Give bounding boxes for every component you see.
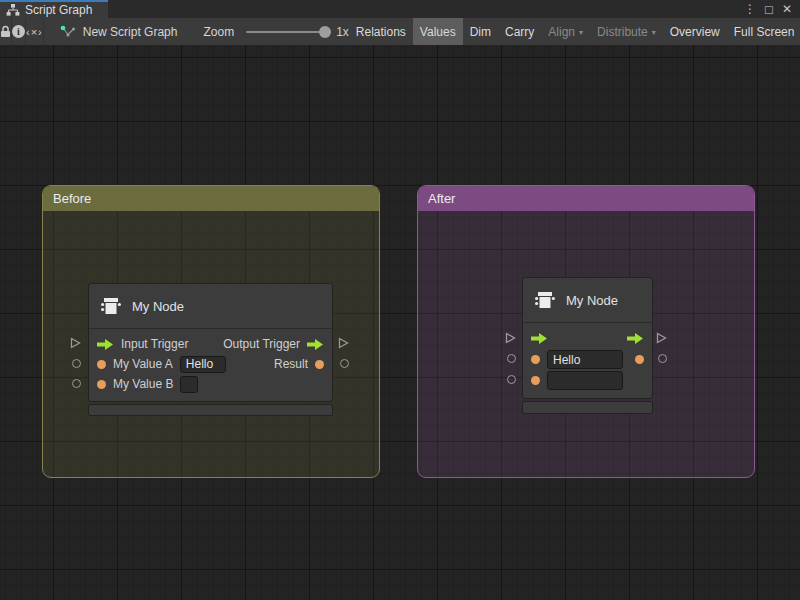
toolbar: i ‹×› New Script Graph Zoom 1x Relations… bbox=[0, 18, 800, 46]
align-label: Align bbox=[548, 25, 575, 39]
lock-button[interactable] bbox=[0, 18, 12, 45]
port-label: My Value A bbox=[113, 357, 173, 371]
port-row: My Value B bbox=[89, 374, 332, 394]
group-after-header[interactable]: After bbox=[418, 186, 754, 211]
carry-button[interactable]: Carry bbox=[498, 18, 541, 45]
outer-trigger-port[interactable] bbox=[656, 332, 667, 344]
outer-trigger-port[interactable] bbox=[70, 337, 81, 349]
port-row: Input Trigger Output Trigger bbox=[89, 334, 332, 354]
port-label: Input Trigger bbox=[121, 337, 188, 351]
value-a-field[interactable]: Hello bbox=[547, 350, 623, 369]
overview-label: Overview bbox=[670, 25, 720, 39]
port-row bbox=[523, 328, 652, 349]
group-before-header[interactable]: Before bbox=[43, 186, 379, 211]
node-body: Input Trigger Output Trigger My Value A … bbox=[89, 329, 332, 401]
node-title: My Node bbox=[566, 293, 618, 308]
outer-value-port[interactable] bbox=[72, 359, 81, 368]
distribute-dropdown[interactable]: Distribute ▾ bbox=[590, 18, 663, 45]
node-my-node-before[interactable]: My Node Input Trigger Output Trigger bbox=[88, 283, 333, 402]
outer-trigger-port[interactable] bbox=[505, 332, 516, 344]
value-b-field[interactable] bbox=[180, 376, 198, 393]
tab-label: Script Graph bbox=[25, 3, 92, 17]
zoom-slider-handle[interactable] bbox=[319, 26, 331, 38]
fullscreen-label: Full Screen bbox=[734, 25, 795, 39]
zoom-slider[interactable] bbox=[246, 31, 326, 33]
port-label: Output Trigger bbox=[223, 337, 300, 351]
port-label: My Value B bbox=[113, 377, 173, 391]
menu-dots-icon[interactable]: ⋮ bbox=[744, 3, 756, 15]
port-row: Hello bbox=[523, 349, 652, 370]
outer-value-port[interactable] bbox=[340, 359, 349, 368]
node-title: My Node bbox=[132, 299, 184, 314]
value-out-port[interactable] bbox=[635, 355, 644, 364]
graph-name-label: New Script Graph bbox=[83, 25, 178, 39]
graph-hierarchy-icon bbox=[6, 4, 20, 16]
relations-button[interactable]: Relations bbox=[349, 18, 413, 45]
chevron-down-icon: ▾ bbox=[652, 28, 656, 37]
node-header[interactable]: My Node bbox=[89, 284, 332, 329]
code-icon: ‹×› bbox=[26, 26, 43, 38]
trigger-in-port[interactable] bbox=[97, 339, 114, 350]
lock-icon bbox=[0, 25, 11, 38]
node-footer-bar[interactable] bbox=[88, 404, 333, 416]
node-footer-bar[interactable] bbox=[522, 401, 653, 414]
values-button[interactable]: Values bbox=[413, 18, 463, 45]
script-graph-icon bbox=[60, 25, 76, 39]
close-icon[interactable]: ✕ bbox=[782, 3, 792, 15]
group-before-title: Before bbox=[53, 191, 91, 206]
values-label: Values bbox=[420, 25, 456, 39]
outer-value-port[interactable] bbox=[507, 354, 516, 363]
info-button[interactable]: i bbox=[12, 18, 26, 45]
dim-label: Dim bbox=[470, 25, 491, 39]
node-body: Hello bbox=[523, 323, 652, 398]
value-in-port[interactable] bbox=[97, 380, 106, 389]
carry-label: Carry bbox=[505, 25, 534, 39]
value-b-field[interactable] bbox=[547, 371, 623, 390]
unit-icon bbox=[99, 294, 123, 318]
zoom-control: Zoom 1x bbox=[203, 25, 348, 39]
unit-icon bbox=[533, 288, 557, 312]
window-controls: ⋮ □ ✕ bbox=[744, 0, 800, 18]
tab-bar: Script Graph ⋮ □ ✕ bbox=[0, 0, 800, 18]
outer-value-port[interactable] bbox=[72, 379, 81, 388]
value-in-port[interactable] bbox=[97, 360, 106, 369]
outer-value-port[interactable] bbox=[507, 375, 516, 384]
value-in-port[interactable] bbox=[531, 376, 540, 385]
overview-button[interactable]: Overview bbox=[663, 18, 727, 45]
code-toggle-button[interactable]: ‹×› bbox=[26, 18, 44, 45]
relations-label: Relations bbox=[356, 25, 406, 39]
zoom-label: Zoom bbox=[203, 25, 234, 39]
node-my-node-after[interactable]: My Node Hello bbox=[522, 277, 653, 399]
port-label: Result bbox=[274, 357, 308, 371]
outer-trigger-port[interactable] bbox=[338, 337, 349, 349]
align-dropdown[interactable]: Align ▾ bbox=[541, 18, 590, 45]
maximize-icon[interactable]: □ bbox=[765, 3, 773, 16]
graph-title-area: New Script Graph bbox=[60, 25, 178, 39]
port-row bbox=[523, 370, 652, 391]
trigger-out-port[interactable] bbox=[307, 339, 324, 350]
value-in-port[interactable] bbox=[531, 355, 540, 364]
value-a-field[interactable]: Hello bbox=[180, 356, 226, 373]
tab-script-graph[interactable]: Script Graph bbox=[0, 0, 108, 18]
dim-button[interactable]: Dim bbox=[463, 18, 498, 45]
trigger-in-port[interactable] bbox=[531, 333, 548, 344]
info-icon: i bbox=[12, 25, 25, 38]
zoom-value: 1x bbox=[336, 25, 349, 39]
distribute-label: Distribute bbox=[597, 25, 648, 39]
node-header[interactable]: My Node bbox=[523, 278, 652, 323]
fullscreen-button[interactable]: Full Screen bbox=[727, 18, 800, 45]
view-options: Relations Values Dim Carry Align ▾ Distr… bbox=[349, 18, 800, 45]
outer-value-port[interactable] bbox=[658, 354, 667, 363]
port-row: My Value A Hello Result bbox=[89, 354, 332, 374]
value-out-port[interactable] bbox=[315, 360, 324, 369]
chevron-down-icon: ▾ bbox=[579, 28, 583, 37]
trigger-out-port[interactable] bbox=[627, 333, 644, 344]
graph-canvas[interactable]: Before After bbox=[0, 45, 800, 600]
group-after-title: After bbox=[428, 191, 455, 206]
